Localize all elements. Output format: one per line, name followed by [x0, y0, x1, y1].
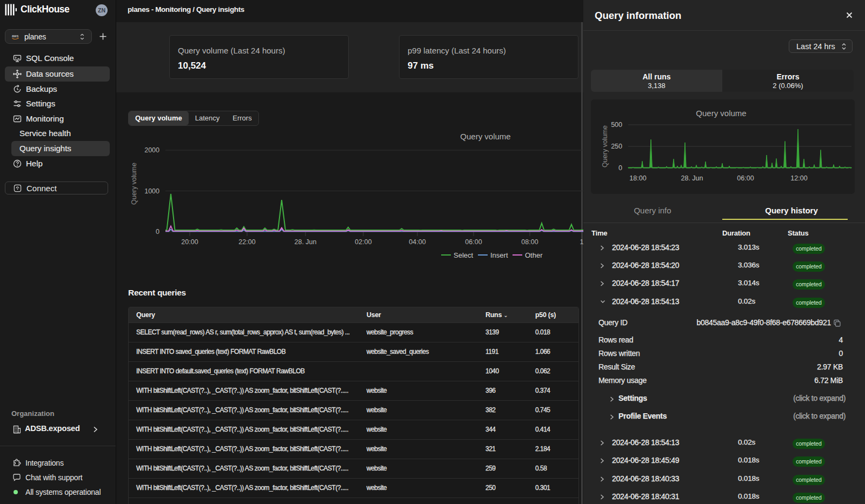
- svg-text:Query volume: Query volume: [601, 125, 609, 167]
- svg-text:2000: 2000: [144, 146, 159, 154]
- svg-text:18:00: 18:00: [629, 174, 646, 182]
- svg-text:02:00: 02:00: [355, 238, 371, 246]
- svg-text:Insert: Insert: [490, 251, 508, 259]
- svg-text:06:00: 06:00: [465, 238, 482, 246]
- svg-text:Query volume: Query volume: [130, 163, 138, 205]
- svg-text:28. Jun: 28. Jun: [681, 174, 703, 182]
- svg-text:12:00: 12:00: [790, 174, 807, 182]
- svg-text:500: 500: [611, 121, 622, 129]
- svg-text:1000: 1000: [144, 187, 159, 195]
- svg-text:08:00: 08:00: [521, 238, 538, 246]
- svg-text:Query volume: Query volume: [460, 132, 510, 141]
- svg-text:Query volume: Query volume: [696, 109, 746, 118]
- svg-text:aws: aws: [12, 34, 19, 38]
- svg-text:22:00: 22:00: [238, 238, 255, 246]
- svg-text:250: 250: [611, 143, 622, 150]
- svg-text:20:00: 20:00: [181, 238, 198, 246]
- svg-text:0: 0: [156, 228, 159, 236]
- svg-text:06:00: 06:00: [737, 174, 754, 182]
- svg-text:Other: Other: [525, 251, 543, 259]
- svg-text:Select: Select: [454, 251, 474, 259]
- svg-text:28. Jun: 28. Jun: [294, 238, 316, 246]
- svg-text:0: 0: [618, 164, 622, 172]
- svg-text:04:00: 04:00: [409, 238, 425, 246]
